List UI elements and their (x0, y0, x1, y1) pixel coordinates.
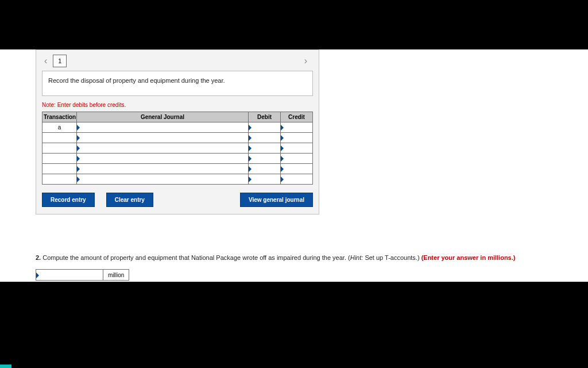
cell-debit[interactable] (249, 143, 281, 154)
table-row (42, 143, 313, 154)
cell-debit[interactable] (249, 122, 281, 133)
chevron-left-icon[interactable]: ‹ (42, 56, 49, 66)
table-row: a (42, 122, 313, 133)
cell-credit[interactable] (281, 143, 313, 154)
answer-instruction: (Enter your answer in millions.) (421, 254, 516, 261)
answer-unit-label: million (103, 269, 129, 281)
question-number: 2. (36, 254, 41, 261)
cell-transaction[interactable]: a (42, 122, 77, 133)
cell-general-journal[interactable] (77, 143, 249, 154)
cell-credit[interactable] (281, 154, 313, 164)
cell-transaction[interactable] (42, 164, 77, 174)
cell-debit[interactable] (249, 154, 281, 164)
cell-credit[interactable] (281, 122, 313, 133)
table-row (42, 133, 313, 143)
cell-general-journal[interactable] (77, 164, 249, 174)
cell-transaction[interactable] (42, 133, 77, 143)
record-entry-button[interactable]: Record entry (42, 193, 95, 207)
journal-entry-table: Transaction General Journal Debit Credit… (42, 112, 313, 185)
debits-before-credits-note: Note: Enter debits before credits. (42, 102, 313, 108)
bottom-left-teal-accent (0, 365, 11, 368)
answer-input[interactable] (36, 269, 103, 281)
cell-debit[interactable] (249, 174, 281, 185)
journal-buttons-row: Record entry Clear entry View general jo… (42, 193, 313, 207)
bottom-black-bar (0, 282, 588, 368)
header-general-journal: General Journal (77, 112, 249, 122)
cell-transaction[interactable] (42, 143, 77, 154)
cell-debit[interactable] (249, 164, 281, 174)
chevron-right-icon[interactable]: › (302, 56, 310, 66)
question-2-body-a: Compute the amount of property and equip… (41, 254, 350, 261)
cell-general-journal[interactable] (77, 133, 249, 143)
cell-transaction[interactable] (42, 174, 77, 185)
clear-entry-button[interactable]: Clear entry (106, 193, 153, 207)
header-debit: Debit (249, 112, 281, 122)
header-credit: Credit (281, 112, 313, 122)
question-2-text: 2. Compute the amount of property and eq… (36, 254, 541, 261)
cell-credit[interactable] (281, 164, 313, 174)
header-transaction: Transaction (42, 112, 77, 122)
journal-entry-card: ‹ 1 › Record the disposal of property an… (36, 49, 319, 214)
cell-general-journal[interactable] (77, 122, 249, 133)
table-row (42, 174, 313, 185)
table-row (42, 164, 313, 174)
cell-general-journal[interactable] (77, 174, 249, 185)
hint-text: Set up T-accounts.) (363, 254, 421, 261)
answer-row: million (36, 269, 129, 281)
hint-label: Hint: (350, 254, 363, 261)
top-black-bar (0, 0, 588, 49)
cell-general-journal[interactable] (77, 154, 249, 164)
transaction-prompt: Record the disposal of property and equi… (42, 71, 313, 96)
transaction-pager: ‹ 1 › (42, 55, 313, 67)
cell-transaction[interactable] (42, 154, 77, 164)
cell-debit[interactable] (249, 133, 281, 143)
table-header-row: Transaction General Journal Debit Credit (42, 112, 313, 122)
table-row (42, 154, 313, 164)
cell-credit[interactable] (281, 133, 313, 143)
current-transaction-number[interactable]: 1 (53, 55, 67, 67)
view-general-journal-button[interactable]: View general journal (240, 193, 313, 207)
cell-credit[interactable] (281, 174, 313, 185)
